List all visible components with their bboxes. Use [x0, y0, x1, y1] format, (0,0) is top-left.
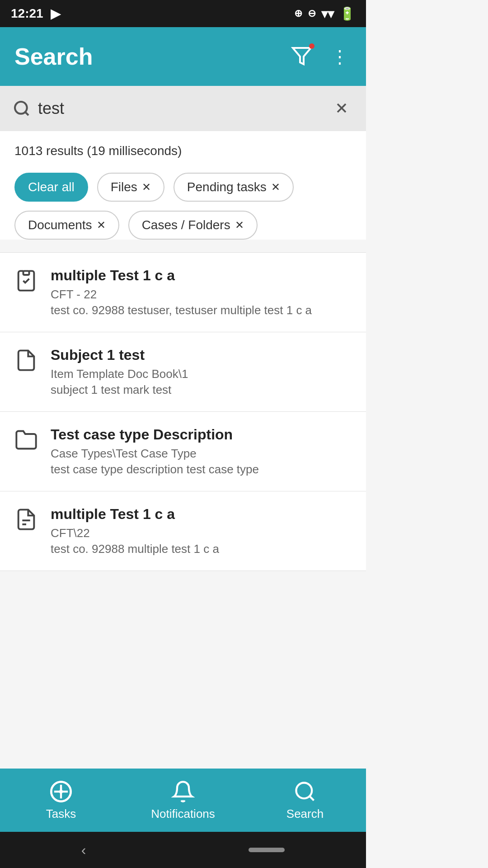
results-list: multiple Test 1 c a CFT - 22 test co. 92… [0, 253, 366, 571]
minus-circle-icon: ⊖ [308, 8, 316, 19]
documents-chip[interactable]: Documents ✕ [14, 211, 119, 240]
back-button[interactable]: ‹ [81, 842, 86, 859]
search-nav-icon [293, 780, 317, 803]
svg-line-17 [310, 796, 314, 800]
svg-point-1 [15, 102, 27, 114]
filter-active-dot [309, 43, 314, 49]
result-content-0: multiple Test 1 c a CFT - 22 test co. 92… [51, 267, 352, 317]
bottom-nav: Tasks Notifications Search [0, 769, 366, 832]
results-count: 1013 results (19 milliseconds) [14, 144, 352, 158]
status-left: 12:21 ▶ [11, 6, 61, 21]
search-input[interactable] [38, 99, 323, 118]
filter-button[interactable] [287, 42, 316, 72]
android-nav: ‹ [0, 832, 366, 868]
results-area: 1013 results (19 milliseconds) Clear all… [0, 131, 366, 240]
pending-tasks-chip[interactable]: Pending tasks ✕ [174, 173, 294, 202]
page-title: Search [14, 43, 93, 70]
add-circle-icon: ⊕ [294, 8, 302, 19]
svg-marker-0 [293, 48, 311, 64]
result-item-2[interactable]: Test case type Description Case Types\Te… [0, 412, 366, 491]
nav-search[interactable]: Search [244, 775, 366, 826]
filter-chips: Clear all Files ✕ Pending tasks ✕ Docume… [14, 173, 352, 240]
nav-notifications[interactable]: Notifications [122, 775, 244, 826]
tasks-label: Tasks [46, 807, 76, 821]
search-bar [0, 86, 366, 131]
cases-folders-chip[interactable]: Cases / Folders ✕ [128, 211, 258, 240]
result-content-1: Subject 1 test Item Template Doc Book\1 … [51, 347, 352, 397]
files-chip-close[interactable]: ✕ [142, 182, 151, 193]
svg-line-2 [25, 112, 28, 115]
more-options-icon: ⋮ [331, 47, 348, 66]
document-icon [14, 349, 38, 372]
documents-chip-close[interactable]: ✕ [97, 220, 106, 231]
result-content-2: Test case type Description Case Types\Te… [51, 426, 352, 476]
play-icon: ▶ [51, 6, 61, 21]
document-lines-icon [14, 508, 38, 531]
header-icons: ⋮ [287, 42, 352, 72]
close-icon [333, 100, 350, 116]
home-pill[interactable] [249, 848, 285, 852]
search-label: Search [286, 807, 324, 821]
filter-icon [291, 45, 313, 67]
clear-all-chip[interactable]: Clear all [14, 173, 88, 202]
files-chip[interactable]: Files ✕ [97, 173, 164, 202]
tasks-icon [49, 780, 73, 803]
status-time: 12:21 [11, 6, 43, 21]
wifi-icon: ▾▾ [321, 6, 334, 21]
header: Search ⋮ [0, 27, 366, 86]
result-content-3: multiple Test 1 c a CFT\22 test co. 9298… [51, 506, 352, 556]
more-options-button[interactable]: ⋮ [327, 44, 352, 69]
result-item-3[interactable]: multiple Test 1 c a CFT\22 test co. 9298… [0, 491, 366, 571]
search-magnifier-icon [13, 99, 31, 118]
svg-point-16 [296, 783, 312, 798]
notifications-icon [171, 780, 195, 803]
folder-icon [14, 428, 38, 452]
clipboard-icon [14, 269, 38, 292]
svg-rect-5 [23, 271, 29, 275]
status-right: ⊕ ⊖ ▾▾ 🔋 [294, 6, 355, 21]
nav-tasks[interactable]: Tasks [0, 775, 122, 826]
clear-search-button[interactable] [330, 96, 353, 121]
result-item-1[interactable]: Subject 1 test Item Template Doc Book\1 … [0, 332, 366, 412]
notifications-label: Notifications [151, 807, 215, 821]
status-bar: 12:21 ▶ ⊕ ⊖ ▾▾ 🔋 [0, 0, 366, 27]
battery-icon: 🔋 [339, 6, 355, 21]
cases-folders-chip-close[interactable]: ✕ [235, 220, 244, 231]
result-item-0[interactable]: multiple Test 1 c a CFT - 22 test co. 92… [0, 253, 366, 332]
pending-tasks-chip-close[interactable]: ✕ [271, 182, 280, 193]
